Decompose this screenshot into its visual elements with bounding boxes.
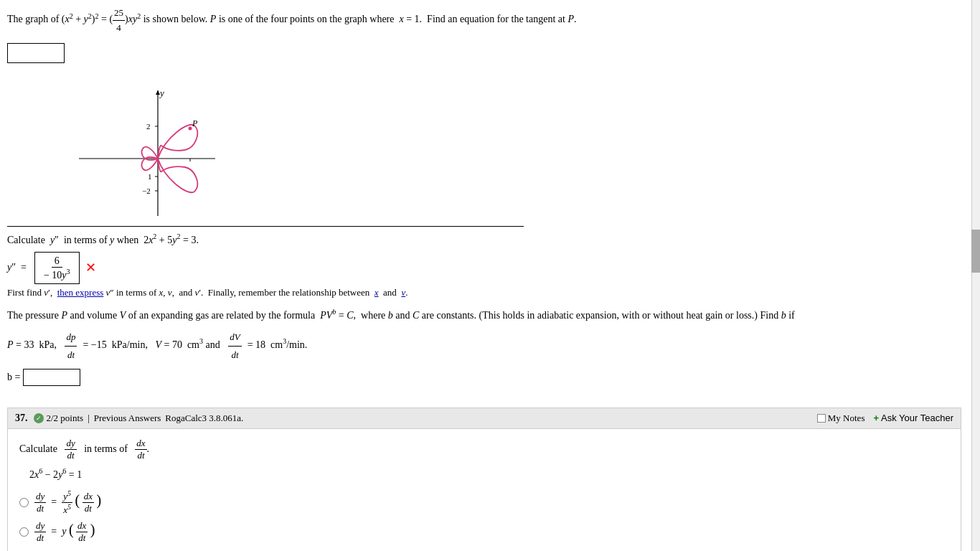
notes-checkbox[interactable] <box>817 414 826 423</box>
divider-1 <box>7 226 524 227</box>
wrong-mark: ✕ <box>85 260 96 276</box>
hint-line: First find v′, then express v″ in terms … <box>7 287 961 298</box>
radio-1[interactable] <box>19 498 29 507</box>
equation-line: 2x6 − 2y6 = 1 <box>19 467 949 481</box>
radio-option-1: dy dt = y5 x5 ( dx dt ) <box>19 489 949 517</box>
graph-svg: x y 2 −2 1 P <box>50 72 215 216</box>
question-number: 37. <box>15 413 28 424</box>
svg-text:P: P <box>192 118 198 128</box>
main-content: The graph of (x2 + y2)2 = ( 25 4 )xy2 is… <box>0 0 969 551</box>
ypp-numerator: 6 <box>52 255 62 268</box>
svg-text:2: 2 <box>146 122 151 131</box>
svg-text:1: 1 <box>148 172 152 181</box>
question-37-body: Calculate dy dt in terms of dx dt . 2x6 … <box>8 429 961 551</box>
calc-dy-line: Calculate dy dt in terms of dx dt . <box>19 438 949 461</box>
option-1-text: dy dt = y5 x5 ( dx dt ) <box>34 489 101 517</box>
radio-2[interactable] <box>19 527 29 537</box>
ypp-answer-line: y″ = 6 − 10y3 ✕ <box>7 252 961 285</box>
tangent-answer-container <box>7 40 961 69</box>
points-badge: ✓ <box>34 413 44 423</box>
ask-teacher-button[interactable]: + Ask Your Teacher <box>873 413 953 423</box>
ypp-answer-box: 6 − 10y3 <box>34 252 80 285</box>
problem-header: The graph of (x2 + y2)2 = ( 25 4 )xy2 is… <box>7 6 961 34</box>
question-37-box: 37. ✓ 2/2 points | Previous Answers Roga… <box>7 408 961 551</box>
b-answer-line: b = <box>7 369 961 386</box>
plus-icon: + <box>873 413 879 423</box>
ask-teacher-label: Ask Your Teacher <box>881 413 953 423</box>
my-notes-label: My Notes <box>828 413 865 424</box>
prev-answers-label: Previous Answers <box>94 413 161 424</box>
scrollbar-thumb[interactable] <box>971 230 980 273</box>
graph-container: x y 2 −2 1 P <box>50 72 961 219</box>
source-label: RogaCalc3 3.8.061a. <box>165 413 243 424</box>
ypp-denominator: − 10y3 <box>41 268 73 281</box>
points-label: 2/2 points <box>47 413 84 424</box>
svg-text:−2: −2 <box>142 187 151 195</box>
b-answer-input[interactable] <box>23 369 80 386</box>
calculate-ypp-label: Calculate y″ in terms of y when 2x2 + 5y… <box>7 232 961 246</box>
scrollbar[interactable] <box>971 0 980 551</box>
separator: | <box>88 413 90 424</box>
svg-text:y: y <box>159 88 164 98</box>
my-notes-button[interactable]: My Notes <box>817 413 865 424</box>
pressure-problem: The pressure P and volume V of an expand… <box>7 306 961 363</box>
ypp-label: y <box>7 262 11 273</box>
tangent-answer-input[interactable] <box>7 43 65 63</box>
question-37-header: 37. ✓ 2/2 points | Previous Answers Roga… <box>8 408 961 429</box>
option-2-text: dy dt = y ( dx dt ) <box>34 520 95 544</box>
b-label: b = <box>7 372 20 383</box>
hint-then-express: then express <box>57 287 104 298</box>
header-right: My Notes + Ask Your Teacher <box>817 413 953 424</box>
radio-option-2: dy dt = y ( dx dt ) <box>19 520 949 544</box>
svg-point-13 <box>189 127 192 131</box>
